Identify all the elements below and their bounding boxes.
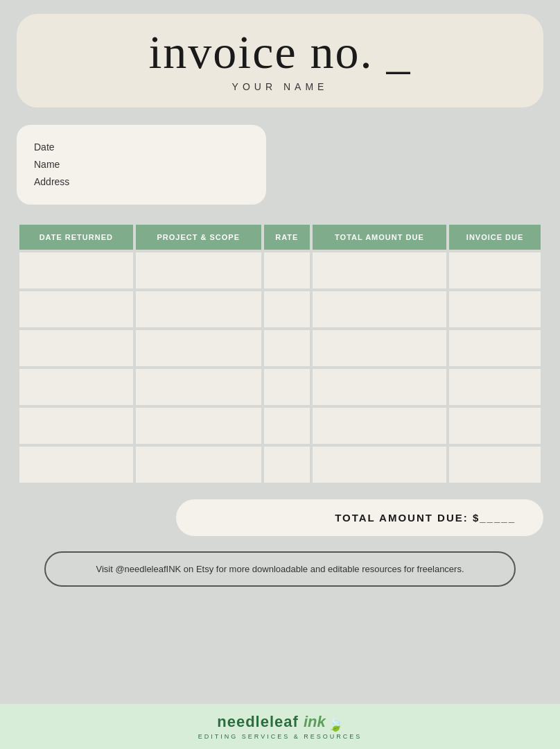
invoice-table: DATE RETURNED PROJECT & SCOPE RATE TOTAL… bbox=[17, 222, 543, 485]
table-row bbox=[19, 330, 541, 366]
page-wrapper: invoice no. _ YOUR NAME Date Name Addres… bbox=[0, 0, 560, 749]
header-section: invoice no. _ YOUR NAME bbox=[17, 14, 543, 107]
table-cell[interactable] bbox=[449, 369, 541, 405]
table-cell[interactable] bbox=[313, 291, 447, 327]
table-cell[interactable] bbox=[19, 291, 133, 327]
table-row bbox=[19, 408, 541, 444]
name-field: Name bbox=[34, 156, 249, 173]
date-field: Date bbox=[34, 139, 249, 156]
col-rate: RATE bbox=[264, 225, 310, 250]
table-cell[interactable] bbox=[313, 252, 447, 289]
table-cell[interactable] bbox=[264, 330, 310, 366]
col-date-returned: DATE RETURNED bbox=[19, 225, 133, 250]
footer-logo: needleleaf ink🍃 EDITING SERVICES & RESOU… bbox=[198, 713, 362, 739]
table-cell[interactable] bbox=[19, 369, 133, 405]
table-cell[interactable] bbox=[264, 291, 310, 327]
leaf-icon: 🍃 bbox=[328, 717, 343, 732]
table-cell[interactable] bbox=[136, 447, 261, 483]
table-cell[interactable] bbox=[313, 330, 447, 366]
table-cell[interactable] bbox=[19, 447, 133, 483]
address-field: Address bbox=[34, 173, 249, 191]
table-row bbox=[19, 447, 541, 483]
table-cell[interactable] bbox=[264, 369, 310, 405]
table-cell[interactable] bbox=[264, 408, 310, 444]
table-cell[interactable] bbox=[136, 330, 261, 366]
table-cell[interactable] bbox=[449, 447, 541, 483]
table-cell[interactable] bbox=[136, 291, 261, 327]
invoice-title: invoice no. _ bbox=[148, 26, 411, 78]
total-amount-label: TOTAL AMOUNT DUE: $_____ bbox=[335, 512, 516, 524]
table-cell[interactable] bbox=[313, 447, 447, 483]
col-invoice-due: INVOICE DUE bbox=[449, 225, 541, 250]
table-section: DATE RETURNED PROJECT & SCOPE RATE TOTAL… bbox=[17, 222, 543, 485]
table-row bbox=[19, 369, 541, 405]
table-cell[interactable] bbox=[136, 369, 261, 405]
total-row: TOTAL AMOUNT DUE: $_____ bbox=[17, 499, 543, 536]
table-row bbox=[19, 291, 541, 327]
table-cell[interactable] bbox=[449, 252, 541, 289]
table-header-row: DATE RETURNED PROJECT & SCOPE RATE TOTAL… bbox=[19, 225, 541, 250]
table-cell[interactable] bbox=[313, 408, 447, 444]
promo-section: Visit @needleleafINK on Etsy for more do… bbox=[44, 551, 516, 587]
table-cell[interactable] bbox=[264, 447, 310, 483]
table-cell[interactable] bbox=[449, 408, 541, 444]
table-cell[interactable] bbox=[449, 330, 541, 366]
table-row bbox=[19, 252, 541, 289]
your-name-label: YOUR NAME bbox=[232, 81, 329, 92]
table-cell[interactable] bbox=[19, 252, 133, 289]
footer-tagline: EDITING SERVICES & RESOURCES bbox=[198, 733, 362, 740]
col-total-amount-due: TOTAL AMOUNT DUE bbox=[313, 225, 447, 250]
footer-brand-name: needleleaf ink🍃 bbox=[217, 713, 343, 732]
promo-text: Visit @needleleafINK on Etsy for more do… bbox=[96, 564, 464, 574]
table-cell[interactable] bbox=[136, 408, 261, 444]
table-cell[interactable] bbox=[449, 291, 541, 327]
client-info-box: Date Name Address bbox=[17, 125, 266, 205]
col-project-scope: PROJECT & SCOPE bbox=[136, 225, 261, 250]
table-cell[interactable] bbox=[19, 408, 133, 444]
table-cell[interactable] bbox=[19, 330, 133, 366]
table-cell[interactable] bbox=[313, 369, 447, 405]
table-cell[interactable] bbox=[264, 252, 310, 289]
total-amount-box: TOTAL AMOUNT DUE: $_____ bbox=[176, 499, 543, 536]
footer: needleleaf ink🍃 EDITING SERVICES & RESOU… bbox=[0, 704, 560, 749]
table-cell[interactable] bbox=[136, 252, 261, 289]
